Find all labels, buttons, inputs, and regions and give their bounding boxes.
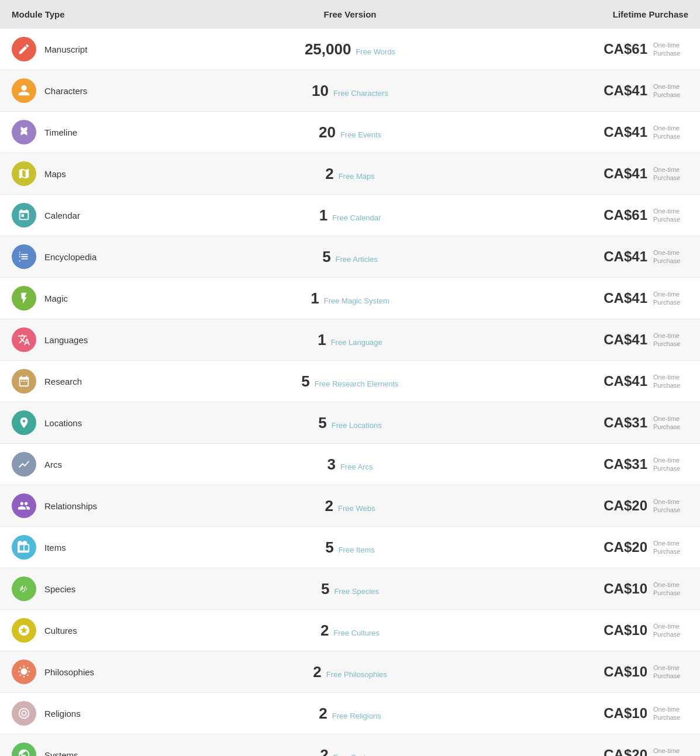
- one-time-label-languages: One-time Purchase: [653, 332, 688, 348]
- locations-icon: [12, 410, 36, 435]
- lifetime-cell-systems: CA$20 One-time Purchase: [463, 747, 688, 756]
- one-time-label-arcs: One-time Purchase: [653, 456, 688, 473]
- free-cell-languages: 1 Free Language: [237, 331, 463, 349]
- philosophies-icon: [12, 660, 36, 684]
- module-name-philosophies: Philosophies: [44, 667, 94, 677]
- module-cell-encyclopedia: Encyclopedia: [12, 244, 237, 269]
- lifetime-cell-manuscript: CA$61 One-time Purchase: [463, 41, 688, 58]
- timeline-icon: [12, 120, 36, 144]
- table-row-manuscript: Manuscript 25,000 Free Words CA$61 One-t…: [0, 29, 700, 70]
- one-time-label-characters: One-time Purchase: [653, 82, 688, 99]
- free-number-relationships: 2: [325, 497, 333, 515]
- species-icon: [12, 577, 36, 601]
- table-row-languages: Languages 1 Free Language CA$41 One-time…: [0, 319, 700, 361]
- lifetime-price-calendar: CA$61: [604, 207, 647, 223]
- module-cell-systems: Systems: [12, 743, 237, 756]
- module-name-maps: Maps: [44, 169, 66, 179]
- lifetime-cell-encyclopedia: CA$41 One-time Purchase: [463, 248, 688, 265]
- module-name-magic: Magic: [44, 294, 68, 303]
- table-row-relationships: Relationships 2 Free Webs CA$20 One-time…: [0, 485, 700, 527]
- module-name-characters: Characters: [44, 86, 87, 96]
- relationships-icon: [12, 493, 36, 518]
- lifetime-cell-languages: CA$41 One-time Purchase: [463, 332, 688, 348]
- free-number-calendar: 1: [319, 206, 327, 225]
- free-number-magic: 1: [311, 289, 319, 308]
- systems-icon: [12, 743, 36, 756]
- free-cell-relationships: 2 Free Webs: [237, 497, 463, 515]
- rows-container: Manuscript 25,000 Free Words CA$61 One-t…: [0, 29, 700, 756]
- lifetime-price-encyclopedia: CA$41: [604, 248, 647, 265]
- free-label-research: Free Research Elements: [315, 379, 399, 388]
- lifetime-cell-items: CA$20 One-time Purchase: [463, 539, 688, 556]
- free-label-maps: Free Maps: [339, 172, 375, 181]
- free-label-systems: Free Systems: [333, 753, 380, 757]
- module-cell-research: Research: [12, 369, 237, 393]
- module-cell-cultures: Cultures: [12, 618, 237, 643]
- pricing-table: Module Type Free Version Lifetime Purcha…: [0, 0, 700, 756]
- lifetime-cell-magic: CA$41 One-time Purchase: [463, 290, 688, 307]
- free-cell-systems: 2 Free Systems: [237, 746, 463, 757]
- free-number-items: 5: [325, 538, 333, 557]
- maps-icon: [12, 161, 36, 186]
- free-number-cultures: 2: [320, 622, 329, 640]
- module-name-languages: Languages: [44, 335, 88, 345]
- table-row-locations: Locations 5 Free Locations CA$31 One-tim…: [0, 402, 700, 444]
- module-name-calendar: Calendar: [44, 210, 80, 220]
- one-time-label-calendar: One-time Purchase: [653, 207, 688, 224]
- lifetime-cell-philosophies: CA$10 One-time Purchase: [463, 664, 688, 681]
- free-cell-philosophies: 2 Free Philosophies: [237, 663, 463, 681]
- free-number-systems: 2: [320, 746, 328, 757]
- table-row-encyclopedia: Encyclopedia 5 Free Articles CA$41 One-t…: [0, 236, 700, 278]
- module-name-cultures: Cultures: [44, 626, 77, 636]
- free-label-manuscript: Free Words: [356, 47, 395, 56]
- one-time-label-maps: One-time Purchase: [653, 165, 688, 182]
- free-cell-calendar: 1 Free Calendar: [237, 206, 463, 225]
- module-name-timeline: Timeline: [44, 127, 77, 137]
- table-header: Module Type Free Version Lifetime Purcha…: [0, 0, 700, 29]
- free-number-locations: 5: [318, 414, 326, 432]
- one-time-label-religions: One-time Purchase: [653, 705, 688, 722]
- lifetime-cell-religions: CA$10 One-time Purchase: [463, 705, 688, 722]
- magic-icon: [12, 286, 36, 310]
- table-row-calendar: Calendar 1 Free Calendar CA$61 One-time …: [0, 195, 700, 236]
- table-row-timeline: Timeline 20 Free Events CA$41 One-time P…: [0, 112, 700, 153]
- free-cell-encyclopedia: 5 Free Articles: [237, 248, 463, 266]
- table-row-species: Species 5 Free Species CA$10 One-time Pu…: [0, 568, 700, 610]
- arcs-icon: [12, 452, 36, 477]
- lifetime-cell-locations: CA$31 One-time Purchase: [463, 415, 688, 431]
- lifetime-cell-cultures: CA$10 One-time Purchase: [463, 622, 688, 639]
- free-number-encyclopedia: 5: [322, 248, 330, 266]
- lifetime-cell-research: CA$41 One-time Purchase: [463, 373, 688, 390]
- module-name-research: Research: [44, 377, 82, 386]
- table-row-arcs: Arcs 3 Free Arcs CA$31 One-time Purchase: [0, 444, 700, 485]
- table-row-religions: Religions 2 Free Religions CA$10 One-tim…: [0, 693, 700, 734]
- module-name-species: Species: [44, 584, 75, 594]
- free-cell-species: 5 Free Species: [237, 580, 463, 598]
- lifetime-price-languages: CA$41: [604, 332, 647, 348]
- free-label-languages: Free Language: [331, 338, 382, 347]
- free-cell-magic: 1 Free Magic System: [237, 289, 463, 308]
- lifetime-cell-calendar: CA$61 One-time Purchase: [463, 207, 688, 224]
- free-label-characters: Free Characters: [333, 89, 388, 98]
- lifetime-price-locations: CA$31: [604, 415, 647, 431]
- free-number-research: 5: [301, 372, 309, 391]
- one-time-label-cultures: One-time Purchase: [653, 622, 688, 639]
- one-time-label-research: One-time Purchase: [653, 373, 688, 390]
- lifetime-price-items: CA$20: [604, 539, 647, 555]
- free-cell-cultures: 2 Free Cultures: [237, 622, 463, 640]
- characters-icon: [12, 78, 36, 103]
- module-cell-arcs: Arcs: [12, 452, 237, 477]
- free-label-arcs: Free Arcs: [340, 462, 373, 471]
- free-number-species: 5: [321, 580, 329, 598]
- module-name-systems: Systems: [44, 750, 78, 757]
- table-row-items: Items 5 Free Items CA$20 One-time Purcha…: [0, 527, 700, 568]
- free-cell-maps: 2 Free Maps: [237, 165, 463, 183]
- lifetime-price-research: CA$41: [604, 373, 647, 389]
- research-icon: [12, 369, 36, 393]
- free-cell-items: 5 Free Items: [237, 538, 463, 557]
- lifetime-cell-timeline: CA$41 One-time Purchase: [463, 124, 688, 141]
- module-name-manuscript: Manuscript: [44, 44, 87, 54]
- lifetime-price-manuscript: CA$61: [604, 41, 647, 57]
- table-row-research: Research 5 Free Research Elements CA$41 …: [0, 361, 700, 402]
- free-label-philosophies: Free Philosophies: [326, 670, 387, 679]
